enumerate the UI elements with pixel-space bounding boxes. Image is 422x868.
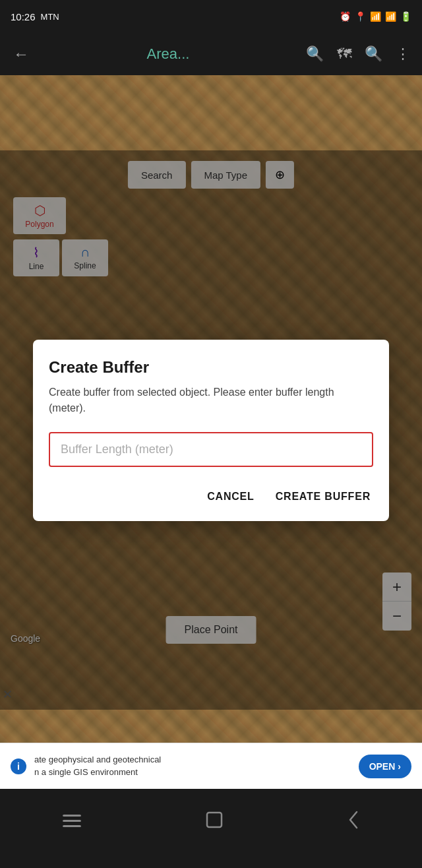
battery-icon: 🔋 [400,11,411,22]
nav-bar [0,789,422,868]
zoom-search-button[interactable]: 🔍 [361,42,386,67]
nav-menu-button[interactable] [47,803,97,840]
map-background: Search Map Type ⊕ ⬡ Polygon ⌇ Line ∩ Spl… [0,75,422,789]
location-icon: 📍 [355,11,366,22]
ad-text: ate geophysical and geotechnical n a sin… [34,754,351,778]
dialog-actions: CANCEL CREATE BUFFER [49,485,373,508]
signal-icon: 📶 [385,11,396,22]
nav-home-button[interactable] [190,803,239,841]
app-bar-title: Area... [42,46,294,63]
status-time: 10:26 [11,11,36,22]
buffer-length-input[interactable] [61,443,361,456]
wifi-icon: 📶 [370,11,381,22]
svg-rect-1 [63,820,81,822]
map-globe-button[interactable]: 🗺 [333,42,355,67]
back-button[interactable]: ← [8,40,34,69]
dialog-title: Create Buffer [49,358,373,377]
hamburger-icon [63,815,81,828]
status-left: 10:26 MTN [11,11,59,22]
app-bar-actions: 🔍 🗺 🔍 ⋮ [302,42,414,67]
nav-back-button[interactable] [332,803,375,842]
svg-rect-3 [207,813,222,827]
ad-open-button[interactable]: OPEN › [359,755,411,778]
create-buffer-dialog: Create Buffer Create buffer from selecte… [33,340,389,521]
ad-info-icon: i [11,759,26,774]
create-buffer-button[interactable]: CREATE BUFFER [273,485,373,508]
dialog-overlay: Create Buffer Create buffer from selecte… [0,150,422,710]
ad-banner: i ate geophysical and geotechnical n a s… [0,743,422,789]
app-bar: ← Area... 🔍 🗺 🔍 ⋮ [0,33,422,75]
home-square-icon [206,811,223,828]
back-chevron-icon [347,811,359,829]
buffer-length-input-wrapper[interactable] [49,432,373,467]
status-carrier: MTN [41,12,59,22]
svg-rect-2 [63,825,81,827]
dialog-description: Create buffer from selected object. Plea… [49,385,373,416]
search-button[interactable]: 🔍 [302,42,328,67]
more-options-button[interactable]: ⋮ [392,42,414,67]
svg-rect-0 [63,815,81,817]
status-bar: 10:26 MTN ⏰ 📍 📶 📶 🔋 [0,0,422,33]
alarm-icon: ⏰ [340,11,351,22]
cancel-button[interactable]: CANCEL [204,485,256,508]
status-right: ⏰ 📍 📶 📶 🔋 [340,11,411,22]
